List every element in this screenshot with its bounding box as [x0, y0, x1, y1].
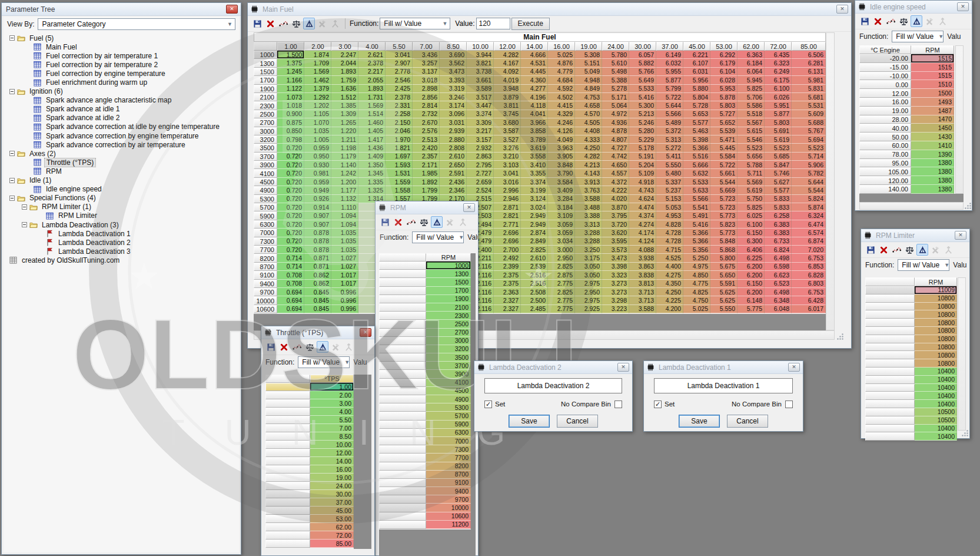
fuel-cell[interactable]: 2.425 — [386, 85, 413, 93]
col-header[interactable]: 14.00 — [521, 42, 548, 51]
fuel-cell[interactable]: 1.462 — [304, 76, 331, 84]
fuel-cell[interactable]: 5.956 — [683, 76, 710, 84]
fuel-cell[interactable]: 5.874 — [792, 203, 826, 211]
tree-expand-toggle[interactable] — [22, 222, 27, 227]
row-header[interactable] — [379, 395, 426, 403]
fuel-cell[interactable]: 5.609 — [792, 110, 826, 118]
fuel-cell[interactable]: 2.907 — [386, 59, 413, 67]
fuel-cell[interactable]: 3.096 — [440, 110, 467, 118]
axis-cell[interactable]: 1300 — [426, 270, 471, 278]
fuel-cell[interactable]: 3.050 — [575, 263, 602, 271]
fuel-cell[interactable]: 1.559 — [386, 178, 413, 186]
fuel-cell[interactable]: 1.709 — [304, 59, 331, 67]
row-header[interactable]: 40.00 — [859, 124, 911, 133]
fuel-cell[interactable]: 5.567 — [738, 118, 765, 127]
col-header[interactable]: 12.00 — [494, 42, 521, 51]
fuel-cell[interactable]: 1.027 — [331, 254, 358, 262]
fuel-cell[interactable]: 4.727 — [602, 144, 629, 152]
fuel-cell[interactable]: 1.460 — [358, 118, 386, 127]
col-header[interactable]: 3.00 — [331, 42, 358, 51]
fuel-cell[interactable]: 1.874 — [304, 51, 331, 59]
fuel-cell[interactable]: 0.714 — [277, 263, 304, 271]
fuel-cell[interactable]: 5.782 — [792, 169, 826, 177]
row-header[interactable]: 120.00 — [859, 176, 911, 185]
fuel-cell[interactable]: 4.049 — [548, 135, 575, 144]
fuel-cell[interactable]: 5.625 — [710, 296, 738, 305]
axis-cell[interactable]: 14.00 — [310, 457, 354, 465]
fuel-cell[interactable]: 5.480 — [656, 169, 683, 177]
fuel-cell[interactable]: 5.615 — [738, 127, 765, 135]
fuel-cell[interactable]: 0.926 — [304, 195, 331, 203]
fuel-cell[interactable]: 3.473 — [440, 68, 467, 76]
fuel-cell[interactable]: 3.257 — [413, 59, 440, 67]
fuel-cell[interactable]: 6.048 — [765, 305, 792, 313]
fuel-cell[interactable]: 2.939 — [440, 127, 467, 135]
fuel-cell[interactable]: 0.959 — [304, 178, 331, 186]
row-header[interactable] — [865, 359, 915, 368]
fuel-cell[interactable]: 4.225 — [656, 296, 683, 305]
fuel-cell[interactable]: 3.436 — [413, 51, 440, 59]
axis-cell[interactable]: 5900 — [426, 421, 471, 429]
fuel-cell[interactable]: 1.385 — [331, 101, 358, 110]
fuel-cell[interactable]: 3.309 — [467, 118, 494, 127]
row-header[interactable] — [265, 490, 310, 498]
fuel-cell[interactable]: 2.650 — [440, 161, 467, 169]
fuel-cell[interactable]: 4.408 — [575, 127, 602, 135]
fuel-cell[interactable]: 5.544 — [710, 178, 738, 186]
axis-cell[interactable]: 8.50 — [310, 432, 354, 441]
fuel-cell[interactable]: 0.850 — [277, 127, 304, 135]
fuel-cell[interactable]: 4.282 — [494, 51, 521, 59]
fuel-cell[interactable]: 4.505 — [575, 118, 602, 127]
fuel-cell[interactable]: 0.694 — [277, 288, 304, 296]
vertical-scrollbar[interactable] — [955, 45, 964, 194]
fuel-cell[interactable]: 6.753 — [792, 254, 826, 262]
fuel-cell[interactable]: 2.363 — [494, 288, 521, 296]
fuel-cell[interactable]: 4.174 — [629, 229, 656, 237]
fuel-cell[interactable]: 5.882 — [629, 59, 656, 67]
fuel-cell[interactable]: 5.064 — [602, 101, 629, 110]
row-header[interactable] — [379, 262, 426, 270]
fuel-cell[interactable]: 0.907 — [304, 220, 331, 229]
fuel-cell[interactable]: 6.017 — [792, 305, 826, 313]
fuel-cell[interactable]: 5.773 — [710, 229, 738, 237]
fuel-cell[interactable]: 6.200 — [738, 288, 765, 296]
delete-icon[interactable] — [278, 341, 290, 353]
axis-cell[interactable]: 72.00 — [310, 531, 354, 540]
triangle-a-icon[interactable] — [303, 18, 315, 29]
fuel-cell[interactable]: 4.274 — [629, 220, 656, 229]
row-header[interactable] — [265, 399, 310, 408]
fuel-cell[interactable]: 3.018 — [413, 76, 440, 84]
row-header[interactable]: 9100 — [254, 271, 277, 279]
row-header[interactable]: 105.00 — [859, 167, 911, 176]
fuel-cell[interactable]: 2.258 — [386, 110, 413, 118]
idle-cell[interactable]: 1380 — [911, 176, 954, 185]
fuel-cell[interactable]: 4.167 — [494, 59, 521, 67]
fuel-cell[interactable]: 1.200 — [331, 178, 358, 186]
row-header[interactable]: 1300 — [254, 59, 277, 67]
axis-cell[interactable]: 7.00 — [310, 424, 354, 432]
fuel-cell[interactable]: 3.713 — [629, 296, 656, 305]
fuel-cell[interactable]: 2.516 — [521, 271, 548, 279]
limiter-cell[interactable]: 10800 — [915, 351, 957, 359]
fuel-cell[interactable]: 5.649 — [629, 76, 656, 84]
tree-expand-toggle[interactable] — [22, 204, 27, 210]
fuel-cell[interactable]: 1.005 — [304, 135, 331, 144]
rpm-limiter-titlebar[interactable]: RPM Limiter ✕ — [861, 229, 969, 242]
fuel-cell[interactable]: 2.659 — [467, 178, 494, 186]
fuel-cell[interactable]: 2.346 — [440, 186, 467, 194]
row-header[interactable] — [379, 403, 426, 412]
fuel-cell[interactable]: 1.179 — [331, 153, 358, 161]
fuel-cell[interactable]: 0.845 — [304, 305, 331, 313]
tree-expand-toggle[interactable] — [9, 151, 15, 156]
row-header[interactable] — [379, 362, 426, 370]
fuel-cell[interactable]: 5.025 — [683, 305, 710, 313]
fuel-cell[interactable]: 2.898 — [413, 85, 440, 93]
fuel-cell[interactable]: 4.250 — [656, 288, 683, 296]
fuel-cell[interactable]: 1.893 — [358, 85, 386, 93]
close-icon[interactable]: ✕ — [463, 203, 475, 212]
fuel-cell[interactable]: 1.018 — [277, 101, 304, 110]
throttle-titlebar[interactable]: Throttle (°TPS) ✕ — [261, 326, 374, 339]
row-header[interactable] — [379, 337, 426, 345]
fuel-cell[interactable]: 5.204 — [629, 161, 656, 169]
fuel-cell[interactable]: 5.053 — [656, 203, 683, 211]
